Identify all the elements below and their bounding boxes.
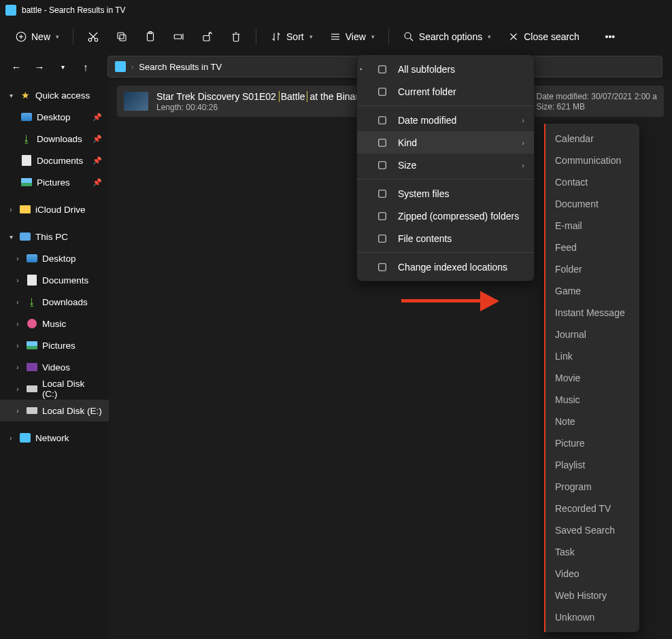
chevron-down-icon: ▾ bbox=[309, 33, 313, 40]
kind-item-task[interactable]: Task bbox=[545, 541, 639, 563]
menu-item-date-modified[interactable]: Date modified› bbox=[357, 109, 534, 131]
svg-rect-7 bbox=[120, 35, 126, 41]
divider bbox=[73, 29, 73, 45]
kind-item-music[interactable]: Music bbox=[545, 389, 639, 411]
menu-item-icon bbox=[376, 188, 388, 200]
kind-item-video[interactable]: Video bbox=[545, 563, 639, 585]
kind-item-picture[interactable]: Picture bbox=[545, 432, 639, 454]
video-thumbnail bbox=[124, 92, 148, 111]
search-options-button[interactable]: Search options ▾ bbox=[397, 27, 497, 47]
chevron-right-icon: › bbox=[14, 277, 22, 284]
kind-item-web-history[interactable]: Web History bbox=[545, 585, 639, 606]
titlebar: battle - Search Results in TV bbox=[0, 0, 672, 20]
sidebar-pc-pictures[interactable]: ›Pictures bbox=[0, 334, 109, 356]
menu-separator bbox=[357, 105, 534, 106]
sidebar-pc-downloads[interactable]: ›⭳Downloads bbox=[0, 291, 109, 313]
menu-item-all-subfolders[interactable]: •All subfolders bbox=[357, 58, 534, 80]
divider bbox=[256, 29, 256, 45]
music-icon bbox=[26, 318, 38, 329]
menu-item-icon bbox=[376, 137, 388, 149]
sidebar-this-pc[interactable]: ▾This PC bbox=[0, 226, 109, 247]
kind-item-folder[interactable]: Folder bbox=[545, 258, 639, 280]
kind-item-contact[interactable]: Contact bbox=[545, 171, 639, 193]
kind-item-note[interactable]: Note bbox=[545, 411, 639, 432]
more-button[interactable]: ••• bbox=[599, 27, 622, 47]
rename-button[interactable] bbox=[167, 27, 190, 47]
pictures-icon bbox=[20, 177, 33, 188]
svg-rect-8 bbox=[118, 33, 124, 39]
cut-button[interactable] bbox=[82, 27, 105, 47]
plus-icon bbox=[15, 31, 27, 43]
sidebar-item-downloads[interactable]: ⭳Downloads📌 bbox=[0, 128, 109, 150]
svg-rect-23 bbox=[379, 88, 386, 95]
menu-item-kind[interactable]: Kind› bbox=[357, 131, 534, 154]
sidebar-item-desktop[interactable]: Desktop📌 bbox=[0, 106, 109, 128]
breadcrumb-text: Search Results in TV bbox=[139, 62, 222, 72]
menu-item-icon bbox=[376, 210, 388, 222]
search-options-menu: •All subfoldersCurrent folderDate modifi… bbox=[356, 54, 535, 281]
kind-item-communication[interactable]: Communication bbox=[545, 150, 639, 171]
pin-icon: 📌 bbox=[93, 156, 102, 165]
recent-button[interactable]: ▾ bbox=[53, 57, 72, 76]
sidebar-pc-desktop[interactable]: ›Desktop bbox=[0, 247, 109, 269]
kind-item-game[interactable]: Game bbox=[545, 280, 639, 302]
sidebar-item-pictures[interactable]: Pictures📌 bbox=[0, 171, 109, 193]
ellipsis-icon: ••• bbox=[604, 31, 616, 43]
menu-item-size[interactable]: Size› bbox=[357, 154, 534, 176]
sidebar-network[interactable]: ›Network bbox=[0, 427, 109, 449]
sidebar-pc-videos[interactable]: ›Videos bbox=[0, 356, 109, 378]
new-button[interactable]: New ▾ bbox=[10, 27, 65, 47]
close-search-button[interactable]: Close search bbox=[502, 27, 585, 47]
sidebar: ▾ ★ Quick access Desktop📌 ⭳Downloads📌 Do… bbox=[0, 80, 109, 639]
menu-item-file-contents[interactable]: File contents bbox=[357, 227, 534, 249]
sidebar-quick-access[interactable]: ▾ ★ Quick access bbox=[0, 84, 109, 106]
rename-icon bbox=[173, 31, 185, 43]
menu-item-current-folder[interactable]: Current folder bbox=[357, 80, 534, 103]
kind-item-link[interactable]: Link bbox=[545, 345, 639, 367]
kind-item-journal[interactable]: Journal bbox=[545, 324, 639, 345]
kind-item-playlist[interactable]: Playlist bbox=[545, 454, 639, 476]
view-button[interactable]: View ▾ bbox=[324, 27, 380, 47]
kind-item-e-mail[interactable]: E-mail bbox=[545, 215, 639, 237]
menu-item-label: All subfolders bbox=[398, 64, 455, 75]
kind-item-recorded-tv[interactable]: Recorded TV bbox=[545, 498, 639, 519]
up-button[interactable]: ↑ bbox=[76, 57, 95, 76]
sidebar-pc-documents[interactable]: ›Documents bbox=[0, 269, 109, 291]
back-button[interactable]: ← bbox=[7, 57, 26, 76]
chevron-down-icon: ▾ bbox=[371, 33, 375, 40]
chevron-down-icon: ▾ bbox=[488, 33, 491, 40]
paste-button[interactable] bbox=[139, 27, 162, 47]
search-options-icon bbox=[403, 31, 415, 43]
pin-icon: 📌 bbox=[93, 178, 102, 187]
kind-item-unknown[interactable]: Unknown bbox=[545, 606, 639, 628]
kind-item-saved-search[interactable]: Saved Search bbox=[545, 519, 639, 541]
sidebar-pc-disk-c[interactable]: ›Local Disk (C:) bbox=[0, 378, 109, 400]
result-date: Date modified: 30/07/2021 2:00 a bbox=[537, 92, 657, 101]
sidebar-item-documents[interactable]: Documents📌 bbox=[0, 150, 109, 171]
chevron-down-icon: ▾ bbox=[7, 92, 15, 99]
sidebar-pc-disk-e[interactable]: ›Local Disk (E:) bbox=[0, 400, 109, 421]
kind-item-movie[interactable]: Movie bbox=[545, 367, 639, 389]
menu-item-system-files[interactable]: System files bbox=[357, 182, 534, 205]
menu-item-label: Size bbox=[398, 160, 416, 171]
share-button[interactable] bbox=[196, 27, 219, 47]
copy-button[interactable] bbox=[110, 27, 133, 47]
menu-item-change-indexed-locations[interactable]: Change indexed locations bbox=[357, 256, 534, 278]
kind-item-feed[interactable]: Feed bbox=[545, 237, 639, 258]
kind-item-calendar[interactable]: Calendar bbox=[545, 128, 639, 150]
document-icon bbox=[20, 155, 33, 166]
sort-button[interactable]: Sort ▾ bbox=[265, 27, 318, 47]
menu-item-label: System files bbox=[398, 188, 449, 199]
kind-item-program[interactable]: Program bbox=[545, 476, 639, 498]
sidebar-pc-music[interactable]: ›Music bbox=[0, 313, 109, 334]
sidebar-icloud[interactable]: ›iCloud Drive bbox=[0, 198, 109, 220]
kind-item-instant-message[interactable]: Instant Message bbox=[545, 302, 639, 324]
kind-item-document[interactable]: Document bbox=[545, 193, 639, 215]
menu-item-zipped-compressed-folders[interactable]: Zipped (compressed) folders bbox=[357, 205, 534, 227]
svg-rect-29 bbox=[379, 235, 386, 242]
forward-button[interactable]: → bbox=[30, 57, 49, 76]
chevron-right-icon: › bbox=[14, 364, 22, 371]
view-icon bbox=[329, 31, 341, 43]
highlight: Battle bbox=[279, 91, 307, 102]
delete-button[interactable] bbox=[224, 27, 248, 47]
